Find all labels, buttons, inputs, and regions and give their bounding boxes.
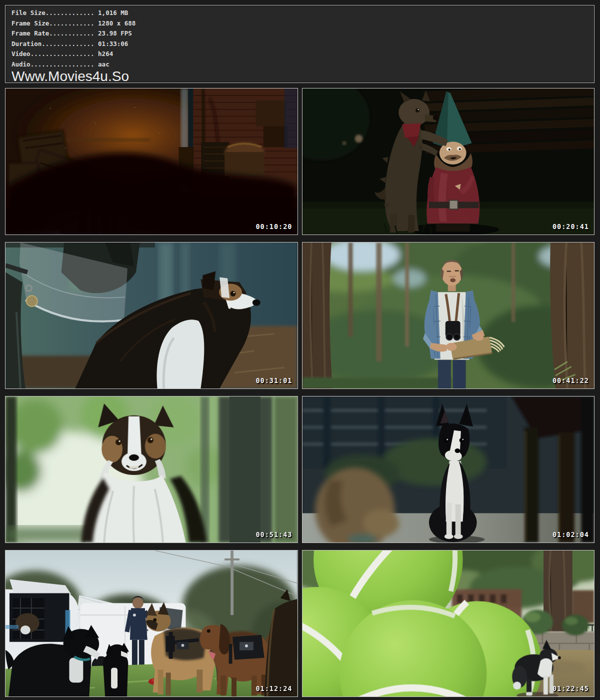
dot-leader: .............. [42,40,94,48]
media-info-panel: File Size.............1,016 MB Frame Siz… [5,5,594,83]
timestamp-overlay: 00:20:41 [552,222,589,230]
scene-tennis-balls-image [302,550,594,696]
scene-barn-dog-image [6,242,298,388]
timestamp-overlay: 01:22:45 [552,684,589,692]
screenshot-thumbnail-1: 00:10:20 [5,88,298,235]
scene-night-alley-image [6,88,298,234]
screenshot-thumbnail-5: 00:51:43 [5,396,298,543]
timestamp-overlay: 01:12:24 [256,684,292,692]
info-label: File Size [12,9,46,16]
info-row-video: Video.................h264 [12,49,594,60]
screenshot-thumbnail-7: 14 [5,550,298,697]
timestamp-overlay: 01:02:04 [552,530,589,538]
screenshot-thumbnail-2: 00:20:41 [302,88,595,235]
watermark-text: Www.Movies4u.So [12,70,594,83]
dot-leader: ............ [49,30,94,37]
small-terrier-figure [103,643,129,696]
info-label: Audio [12,60,30,68]
timestamp-overlay: 00:10:20 [256,222,292,230]
screenshot-thumbnail-8: 01:22:45 [302,550,595,697]
info-value: 01:33:06 [94,40,128,48]
scene-k9-group-image: 14 [6,550,298,696]
screenshot-thumbnail-6: 01:02:04 [302,396,595,543]
screenshot-thumbnail-3: 00:31:01 [5,242,298,389]
info-label: Video [12,50,30,58]
screenshot-page: { "palette": { "page_bg": "#1b1b1b", "pa… [0,0,600,700]
timestamp-overlay: 00:51:43 [256,530,292,538]
info-row-frame-rate: Frame Rate............23.98 FPS [12,28,594,39]
dot-leader: ................. [30,50,94,58]
info-label: Frame Rate [12,30,49,37]
dot-leader: ............ [49,20,94,27]
scene-dog-gnome-image [302,88,594,234]
scene-smiling-dog-image [6,396,298,542]
info-value: 23.98 FPS [94,30,132,37]
info-value: h264 [94,50,114,58]
scene-boston-terrier-image [302,396,594,542]
info-value: 1,016 MB [94,9,128,16]
info-label: Duration [12,40,42,48]
info-row-duration: Duration..............01:33:06 [12,39,594,50]
info-value: aac [94,60,110,68]
screenshot-thumbnail-4: 00:41:22 [302,242,595,389]
info-label: Frame Size [12,20,49,27]
scene-forest-man-image [302,242,594,388]
info-row-audio: Audio.................aac [12,60,594,70]
info-value: 1280 x 688 [94,20,136,27]
info-row-frame-size: Frame Size............1280 x 688 [12,18,594,29]
dot-leader: ............. [46,9,94,16]
timestamp-overlay: 00:41:22 [552,376,589,384]
dot-leader: ................. [30,60,94,68]
timestamp-overlay: 00:31:01 [256,376,292,384]
screenshot-grid: 00:10:20 [5,88,594,697]
info-row-file-size: File Size.............1,016 MB [12,8,594,18]
